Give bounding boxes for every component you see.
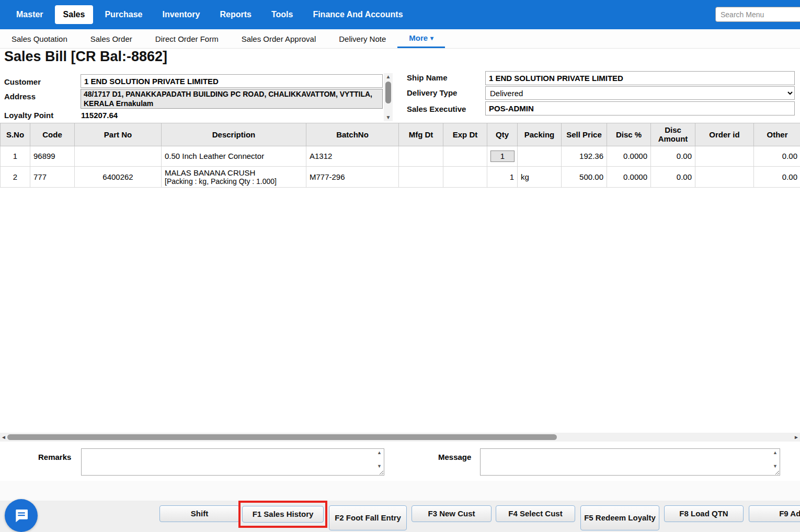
cell-partno: 6400262 xyxy=(75,166,162,187)
customer-label: Customer xyxy=(4,77,41,86)
col-header-orderid: Order id xyxy=(695,123,754,146)
sales-executive-input[interactable] xyxy=(485,101,795,115)
col-header-discamount: Disc Amount xyxy=(651,123,695,146)
col-header-mfgdt: Mfg Dt xyxy=(399,123,443,146)
col-header-expdt: Exp Dt xyxy=(443,123,487,146)
nav-item-reports[interactable]: Reports xyxy=(210,5,261,25)
nav-item-inventory[interactable]: Inventory xyxy=(152,5,210,25)
col-header-partno: Part No xyxy=(75,123,162,146)
cell-orderid xyxy=(695,166,754,187)
f2-foot-fall-entry-button[interactable]: F2 Foot Fall Entry xyxy=(329,505,407,530)
top-navbar: Master Sales Purchase Inventory Reports … xyxy=(0,0,800,29)
items-table: S.No Code Part No Description BatchNo Mf… xyxy=(0,123,800,188)
horizontal-scrollbar[interactable]: ◄ ► xyxy=(0,433,800,442)
message-label: Message xyxy=(438,453,471,461)
cell-packing xyxy=(518,146,562,166)
col-header-other: Other xyxy=(754,123,800,146)
scrollbar-thumb[interactable] xyxy=(385,82,391,103)
search-menu-input[interactable] xyxy=(715,7,800,22)
col-header-description: Description xyxy=(162,123,306,146)
nav-item-tools[interactable]: Tools xyxy=(261,5,303,25)
sales-executive-label: Sales Executive xyxy=(407,105,466,113)
scroll-left-icon[interactable]: ◄ xyxy=(0,433,7,442)
chat-fab-button[interactable] xyxy=(5,499,38,532)
address-label: Address xyxy=(4,92,36,101)
nav-item-sales[interactable]: Sales xyxy=(55,5,94,24)
nav-item-finance[interactable]: Finance And Accounts xyxy=(303,5,413,25)
scroll-right-icon[interactable]: ► xyxy=(793,433,800,442)
scroll-up-icon[interactable]: ▲ xyxy=(384,73,393,80)
col-header-packing: Packing xyxy=(518,123,562,146)
f4-select-cust-button[interactable]: F4 Select Cust xyxy=(496,505,575,522)
subnav-item-sales-order-approval[interactable]: Sales Order Approval xyxy=(230,29,328,48)
cell-mfgdt xyxy=(399,146,443,166)
cell-description: 0.50 Inch Leather Connector xyxy=(162,146,306,166)
subnav-item-sales-quotation[interactable]: Sales Quotation xyxy=(0,29,79,48)
f3-new-cust-button[interactable]: F3 New Cust xyxy=(412,505,492,522)
message-textarea[interactable] xyxy=(480,448,780,476)
nav-item-master[interactable]: Master xyxy=(6,5,53,25)
scroll-down-icon[interactable]: ▼ xyxy=(376,463,383,470)
f8-load-qtn-button[interactable]: F8 Load QTN xyxy=(664,505,744,522)
sales-subnav: Sales Quotation Sales Order Direct Order… xyxy=(0,29,800,49)
cell-sno: 2 xyxy=(1,166,30,187)
ship-name-input[interactable] xyxy=(485,71,795,85)
chat-icon xyxy=(13,507,30,524)
cell-description: MALAS BANANA CRUSH [Packing : kg, Packin… xyxy=(162,166,306,187)
col-header-qty: Qty xyxy=(487,123,518,146)
remarks-label: Remarks xyxy=(38,453,71,461)
subnav-item-delivery-note[interactable]: Delivery Note xyxy=(327,29,397,48)
scroll-up-icon[interactable]: ▲ xyxy=(376,449,383,456)
scroll-down-icon[interactable]: ▼ xyxy=(772,463,779,470)
cell-mfgdt xyxy=(399,166,443,187)
cell-orderid xyxy=(695,146,754,166)
f1-sales-history-button[interactable]: F1 Sales History xyxy=(242,506,324,523)
delivery-type-select[interactable]: Delivered xyxy=(485,86,795,100)
table-row[interactable]: 1 96899 0.50 Inch Leather Connector A131… xyxy=(1,146,800,166)
cell-packing: kg xyxy=(518,166,562,187)
subnav-item-sales-order[interactable]: Sales Order xyxy=(79,29,144,48)
col-header-batchno: BatchNo xyxy=(306,123,399,146)
cell-discpct: 0.0000 xyxy=(607,166,651,187)
delivery-type-label: Delivery Type xyxy=(407,88,457,97)
remarks-textarea[interactable] xyxy=(81,448,384,476)
f9-advice-button[interactable]: F9 Advi xyxy=(749,505,800,522)
f5-redeem-loyalty-button[interactable]: F5 Redeem Loyalty xyxy=(580,505,659,530)
cell-discamount: 0.00 xyxy=(651,166,695,187)
customer-panel-scrollbar[interactable]: ▲ ▼ xyxy=(384,73,393,121)
totals-band: Total Qty Total Weight Enter Qty xyxy=(0,481,800,501)
message-field-wrap: ▲ ▼ xyxy=(480,448,780,476)
customer-name-input[interactable] xyxy=(81,74,383,88)
cell-qty: 1 xyxy=(487,146,518,166)
function-button-bar: Shift F1 Sales History F2 Foot Fall Entr… xyxy=(0,501,800,532)
customer-address-field[interactable]: 48/1717 D1, PANAKKAPADATH BUILDING PC RO… xyxy=(81,89,383,109)
subnav-item-direct-order-form[interactable]: Direct Order Form xyxy=(144,29,230,48)
cell-sellprice: 192.36 xyxy=(562,146,607,166)
loyalty-point-label: Loyalty Point xyxy=(4,111,53,120)
shift-button[interactable]: Shift xyxy=(159,505,239,522)
scrollbar-thumb[interactable] xyxy=(7,434,557,440)
description-line1: 0.50 Inch Leather Connector xyxy=(165,152,303,160)
chevron-down-icon: ▾ xyxy=(430,34,433,42)
subnav-item-more[interactable]: More ▾ xyxy=(397,29,445,48)
cell-expdt xyxy=(443,146,487,166)
cell-discpct: 0.0000 xyxy=(607,146,651,166)
cell-other: 0.00 xyxy=(754,146,800,166)
remarks-field-wrap: ▲ ▼ xyxy=(81,448,384,476)
col-header-code: Code xyxy=(30,123,75,146)
cell-partno xyxy=(75,146,162,166)
nav-item-purchase[interactable]: Purchase xyxy=(95,5,152,25)
ship-name-label: Ship Name xyxy=(407,73,448,82)
qty-input[interactable]: 1 xyxy=(490,151,515,162)
cell-batchno: M777-296 xyxy=(306,166,399,187)
cell-qty: 1 xyxy=(487,166,518,187)
scroll-up-icon[interactable]: ▲ xyxy=(772,449,779,456)
cell-batchno: A1312 xyxy=(306,146,399,166)
col-header-sno: S.No xyxy=(1,123,30,146)
table-row[interactable]: 2 777 6400262 MALAS BANANA CRUSH [Packin… xyxy=(1,166,800,187)
scroll-down-icon[interactable]: ▼ xyxy=(384,114,393,121)
more-label: More xyxy=(409,33,428,42)
description-line2: [Packing : kg, Packing Qty : 1.000] xyxy=(165,177,303,186)
cell-code: 777 xyxy=(30,166,75,187)
cell-code: 96899 xyxy=(30,146,75,166)
